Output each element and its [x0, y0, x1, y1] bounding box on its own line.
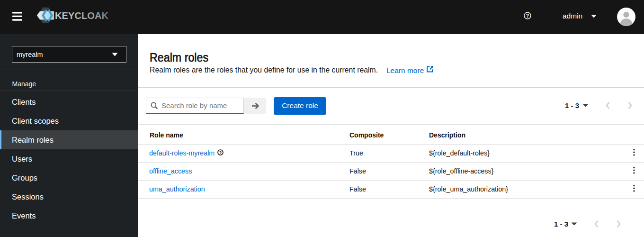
svg-text:?: ? — [526, 13, 529, 18]
svg-text:KEYCLOAK: KEYCLOAK — [55, 10, 108, 21]
svg-text:?: ? — [219, 150, 222, 155]
